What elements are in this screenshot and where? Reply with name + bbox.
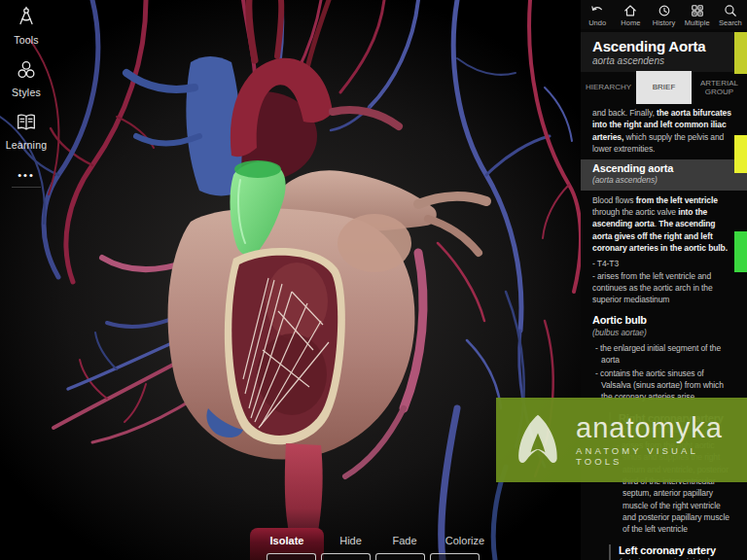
panel-tabs: HIERARCHY BRIEF ARTERIAL GROUP [581, 73, 747, 102]
note-line: - arises from the left ventricle and con… [592, 270, 735, 306]
banner-text: anatomyka ANATOMY VISUAL TOOLS [576, 414, 747, 467]
page-title: Ascending Aorta [592, 38, 731, 54]
bottom-cutoff-button[interactable] [375, 553, 425, 560]
brand-tagline: ANATOMY VISUAL TOOLS [576, 445, 747, 467]
sidebar-item-label: Learning [6, 139, 47, 151]
descending-vessel[interactable] [285, 443, 323, 537]
multiple-grid-icon [691, 4, 704, 18]
page-subtitle-latin: aorta ascendens [592, 55, 731, 66]
left-coronary-heading: Left coronary artery [619, 544, 735, 556]
tab-brief[interactable]: BRIEF [636, 71, 692, 104]
toolbar-label: Multiple [685, 18, 710, 27]
bottom-cutoff-button[interactable] [321, 553, 371, 560]
blood-flow-paragraph: Blood flows from the left ventricle thro… [592, 194, 735, 254]
sidebar-item-label: Tools [14, 34, 39, 46]
accent-bar-aortic-bulb [734, 231, 747, 272]
search-button[interactable]: Search [714, 0, 747, 29]
top-toolbar: Undo Home History Multiple [581, 0, 747, 29]
bullet-item: - the enlarged initial segment of the ao… [592, 342, 735, 367]
styles-circles-icon [15, 58, 38, 82]
anatomyka-watermark-banner: anatomyka ANATOMY VISUAL TOOLS [496, 398, 747, 482]
sidebar-item-styles[interactable]: Styles [12, 58, 41, 98]
home-button[interactable]: Home [614, 0, 647, 29]
undo-button[interactable]: Undo [581, 0, 614, 29]
left-coronary-subsection: Left coronary artery (arteria coronaria … [609, 544, 735, 560]
toolbar-label: Search [719, 18, 742, 27]
sidebar-item-tools[interactable]: Tools [14, 6, 39, 46]
sidebar-item-learning[interactable]: Learning [6, 111, 47, 151]
sidebar-divider [12, 187, 41, 188]
home-icon [623, 4, 637, 18]
note-line: - T4-T3 [592, 258, 735, 269]
section-header-ascending-aorta: Ascending aorta (aorta ascendens) [581, 159, 747, 191]
accent-bar-ascending-aorta [734, 135, 747, 173]
sidebar-more-button[interactable]: ••• [18, 169, 35, 181]
panel-content[interactable]: and back. Finally, the aorta bifurcates … [581, 102, 747, 560]
bottom-cutoff-button[interactable] [430, 553, 480, 560]
aortic-bulb-heading: Aortic bulb [592, 314, 735, 326]
anatomyka-logo-icon [509, 411, 567, 470]
toolbar-label: Undo [588, 18, 606, 27]
sidebar-item-label: Styles [12, 87, 41, 98]
toolbar-label: History [653, 18, 675, 27]
history-clock-icon [658, 4, 671, 18]
history-button[interactable]: History [647, 0, 680, 29]
left-coronary-latin: (arteria coronaria sinistra) [619, 556, 735, 560]
search-icon [724, 4, 737, 18]
toolbar-label: Home [621, 18, 640, 27]
accent-bar-title [734, 32, 747, 74]
left-sidebar: Tools Styles Learning ••• [0, 6, 53, 188]
open-book-icon [15, 111, 38, 134]
aortic-bulb-latin: (bulbus aortae) [592, 327, 735, 338]
bottom-cutoff-button[interactable] [267, 553, 316, 560]
app-window: Tools Styles Learning ••• Undo [0, 0, 747, 560]
compass-tool-icon [15, 6, 38, 29]
cutoff-button-row [267, 553, 480, 560]
panel-header: Ascending Aorta aorta ascendens [581, 32, 747, 72]
tab-arterial-group[interactable]: ARTERIAL GROUP [692, 73, 747, 102]
tab-hierarchy[interactable]: HIERARCHY [581, 73, 636, 102]
intro-paragraph: and back. Finally, the aorta bifurcates … [592, 107, 735, 155]
multiple-button[interactable]: Multiple [681, 0, 714, 29]
undo-icon [590, 4, 604, 18]
brand-name: anatomyka [576, 414, 747, 442]
